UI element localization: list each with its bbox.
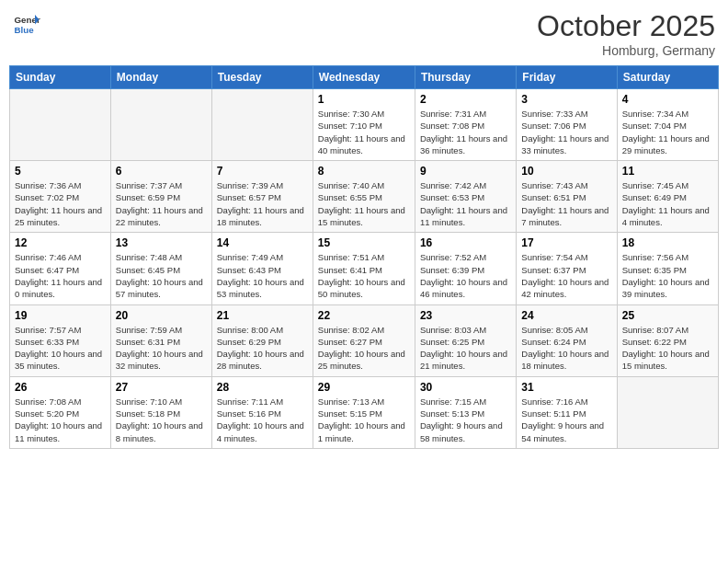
day-number: 14 — [217, 236, 308, 249]
day-info: Sunrise: 7:54 AM Sunset: 6:37 PM Dayligh… — [521, 251, 611, 300]
day-info: Sunrise: 7:08 AM Sunset: 5:20 PM Dayligh… — [15, 396, 106, 444]
calendar-cell: 23Sunrise: 8:03 AM Sunset: 6:25 PM Dayli… — [415, 304, 516, 376]
day-number: 17 — [521, 236, 611, 249]
calendar-cell: 17Sunrise: 7:54 AM Sunset: 6:37 PM Dayli… — [517, 233, 617, 304]
calendar-cell: 13Sunrise: 7:48 AM Sunset: 6:45 PM Dayli… — [110, 233, 211, 304]
day-number: 5 — [15, 165, 106, 178]
day-info: Sunrise: 7:36 AM Sunset: 7:02 PM Dayligh… — [15, 179, 106, 228]
calendar-cell: 6Sunrise: 7:37 AM Sunset: 6:59 PM Daylig… — [110, 161, 211, 233]
calendar-cell: 14Sunrise: 7:49 AM Sunset: 6:43 PM Dayli… — [211, 233, 313, 304]
calendar-cell: 22Sunrise: 8:02 AM Sunset: 6:27 PM Dayli… — [313, 304, 415, 376]
day-number: 26 — [15, 381, 106, 394]
day-number: 16 — [420, 236, 511, 249]
calendar-table: SundayMondayTuesdayWednesdayThursdayFrid… — [9, 65, 719, 449]
day-number: 2 — [420, 93, 511, 106]
day-info: Sunrise: 7:56 AM Sunset: 6:35 PM Dayligh… — [622, 251, 713, 300]
day-number: 23 — [420, 309, 511, 322]
day-number: 20 — [116, 309, 207, 322]
day-number: 4 — [622, 93, 713, 106]
day-number: 24 — [521, 309, 611, 322]
weekday-header-saturday: Saturday — [617, 66, 718, 89]
calendar-cell: 3Sunrise: 7:33 AM Sunset: 7:06 PM Daylig… — [517, 89, 617, 161]
day-number: 6 — [116, 165, 207, 178]
day-number: 31 — [521, 381, 611, 394]
day-number: 10 — [521, 165, 611, 178]
calendar-cell: 15Sunrise: 7:51 AM Sunset: 6:41 PM Dayli… — [313, 233, 415, 304]
calendar-cell: 1Sunrise: 7:30 AM Sunset: 7:10 PM Daylig… — [313, 89, 415, 161]
logo-icon: General Blue — [13, 9, 40, 37]
calendar-cell — [10, 89, 111, 161]
calendar-cell: 24Sunrise: 8:05 AM Sunset: 6:24 PM Dayli… — [517, 304, 617, 376]
day-info: Sunrise: 7:42 AM Sunset: 6:53 PM Dayligh… — [420, 179, 511, 228]
day-number: 8 — [318, 165, 410, 178]
calendar-cell — [617, 376, 718, 448]
calendar-week-2: 5Sunrise: 7:36 AM Sunset: 7:02 PM Daylig… — [10, 161, 719, 233]
weekday-header-friday: Friday — [517, 66, 617, 89]
day-info: Sunrise: 7:31 AM Sunset: 7:08 PM Dayligh… — [420, 108, 511, 156]
day-info: Sunrise: 7:13 AM Sunset: 5:15 PM Dayligh… — [318, 396, 410, 444]
calendar-cell: 16Sunrise: 7:52 AM Sunset: 6:39 PM Dayli… — [415, 233, 516, 304]
calendar-week-3: 12Sunrise: 7:46 AM Sunset: 6:47 PM Dayli… — [10, 233, 719, 304]
day-info: Sunrise: 7:16 AM Sunset: 5:11 PM Dayligh… — [521, 396, 611, 444]
calendar-cell: 29Sunrise: 7:13 AM Sunset: 5:15 PM Dayli… — [313, 376, 415, 448]
calendar-cell: 2Sunrise: 7:31 AM Sunset: 7:08 PM Daylig… — [415, 89, 516, 161]
calendar-cell: 7Sunrise: 7:39 AM Sunset: 6:57 PM Daylig… — [211, 161, 313, 233]
day-info: Sunrise: 7:40 AM Sunset: 6:55 PM Dayligh… — [318, 179, 410, 228]
weekday-header-row: SundayMondayTuesdayWednesdayThursdayFrid… — [10, 66, 719, 89]
calendar-week-1: 1Sunrise: 7:30 AM Sunset: 7:10 PM Daylig… — [10, 89, 719, 161]
day-number: 7 — [217, 165, 308, 178]
day-info: Sunrise: 8:07 AM Sunset: 6:22 PM Dayligh… — [622, 324, 713, 373]
day-number: 11 — [622, 165, 713, 178]
day-number: 28 — [217, 381, 308, 394]
day-info: Sunrise: 8:05 AM Sunset: 6:24 PM Dayligh… — [521, 324, 611, 373]
calendar-week-4: 19Sunrise: 7:57 AM Sunset: 6:33 PM Dayli… — [10, 304, 719, 376]
day-number: 18 — [622, 236, 713, 249]
calendar-cell: 18Sunrise: 7:56 AM Sunset: 6:35 PM Dayli… — [617, 233, 718, 304]
month-title: October 2025 — [537, 9, 715, 43]
calendar-cell: 19Sunrise: 7:57 AM Sunset: 6:33 PM Dayli… — [10, 304, 111, 376]
logo: General Blue — [13, 9, 40, 37]
day-number: 13 — [116, 236, 207, 249]
day-info: Sunrise: 8:02 AM Sunset: 6:27 PM Dayligh… — [318, 324, 410, 373]
day-info: Sunrise: 8:00 AM Sunset: 6:29 PM Dayligh… — [217, 324, 308, 373]
weekday-header-wednesday: Wednesday — [313, 66, 415, 89]
weekday-header-thursday: Thursday — [415, 66, 516, 89]
calendar-cell: 12Sunrise: 7:46 AM Sunset: 6:47 PM Dayli… — [10, 233, 111, 304]
calendar-cell: 25Sunrise: 8:07 AM Sunset: 6:22 PM Dayli… — [617, 304, 718, 376]
day-info: Sunrise: 7:15 AM Sunset: 5:13 PM Dayligh… — [420, 396, 511, 444]
day-number: 21 — [217, 309, 308, 322]
weekday-header-sunday: Sunday — [10, 66, 111, 89]
calendar-cell: 27Sunrise: 7:10 AM Sunset: 5:18 PM Dayli… — [110, 376, 211, 448]
page-header: General Blue October 2025 Homburg, Germa… — [9, 9, 719, 58]
calendar-cell: 30Sunrise: 7:15 AM Sunset: 5:13 PM Dayli… — [415, 376, 516, 448]
day-number: 30 — [420, 381, 511, 394]
day-info: Sunrise: 7:10 AM Sunset: 5:18 PM Dayligh… — [116, 396, 207, 444]
day-info: Sunrise: 7:45 AM Sunset: 6:49 PM Dayligh… — [622, 179, 713, 228]
day-info: Sunrise: 7:39 AM Sunset: 6:57 PM Dayligh… — [217, 179, 308, 228]
calendar-cell: 21Sunrise: 8:00 AM Sunset: 6:29 PM Dayli… — [211, 304, 313, 376]
calendar-cell: 11Sunrise: 7:45 AM Sunset: 6:49 PM Dayli… — [617, 161, 718, 233]
calendar-cell — [211, 89, 313, 161]
day-info: Sunrise: 7:33 AM Sunset: 7:06 PM Dayligh… — [521, 108, 611, 156]
svg-text:Blue: Blue — [15, 25, 35, 35]
day-number: 29 — [318, 381, 410, 394]
day-number: 15 — [318, 236, 410, 249]
calendar-cell: 9Sunrise: 7:42 AM Sunset: 6:53 PM Daylig… — [415, 161, 516, 233]
day-info: Sunrise: 7:48 AM Sunset: 6:45 PM Dayligh… — [116, 251, 207, 300]
title-block: October 2025 Homburg, Germany — [537, 9, 715, 58]
calendar-cell: 28Sunrise: 7:11 AM Sunset: 5:16 PM Dayli… — [211, 376, 313, 448]
day-number: 3 — [521, 93, 611, 106]
day-number: 12 — [15, 236, 106, 249]
calendar-week-5: 26Sunrise: 7:08 AM Sunset: 5:20 PM Dayli… — [10, 376, 719, 448]
day-number: 1 — [318, 93, 410, 106]
day-info: Sunrise: 7:52 AM Sunset: 6:39 PM Dayligh… — [420, 251, 511, 300]
calendar-cell — [110, 89, 211, 161]
calendar-cell: 4Sunrise: 7:34 AM Sunset: 7:04 PM Daylig… — [617, 89, 718, 161]
weekday-header-tuesday: Tuesday — [211, 66, 313, 89]
calendar-cell: 8Sunrise: 7:40 AM Sunset: 6:55 PM Daylig… — [313, 161, 415, 233]
calendar-cell: 20Sunrise: 7:59 AM Sunset: 6:31 PM Dayli… — [110, 304, 211, 376]
day-number: 19 — [15, 309, 106, 322]
weekday-header-monday: Monday — [110, 66, 211, 89]
calendar-cell: 26Sunrise: 7:08 AM Sunset: 5:20 PM Dayli… — [10, 376, 111, 448]
day-info: Sunrise: 7:11 AM Sunset: 5:16 PM Dayligh… — [217, 396, 308, 444]
